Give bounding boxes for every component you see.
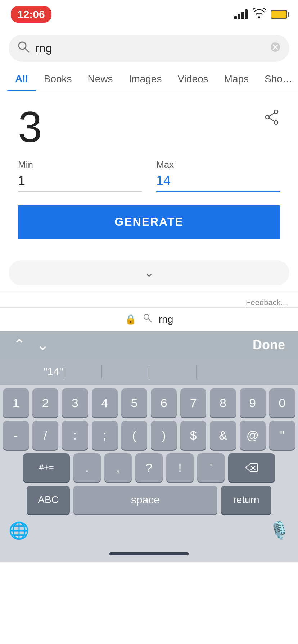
key-dollar[interactable]: $ xyxy=(180,421,206,450)
keyboard-nav-up[interactable]: ⌃ xyxy=(13,337,26,353)
home-indicator xyxy=(0,549,298,562)
status-icons xyxy=(234,8,287,21)
key-period[interactable]: . xyxy=(73,453,101,482)
key-backspace[interactable] xyxy=(228,453,275,482)
tab-all[interactable]: All xyxy=(7,68,36,91)
keyboard-toolbar: ⌃ ⌄ Done xyxy=(0,331,298,359)
lock-icon: 🔒 xyxy=(125,314,136,325)
rng-min-field: Min xyxy=(18,159,142,192)
svg-point-7 xyxy=(266,115,269,119)
collapse-bar[interactable]: ⌄ xyxy=(9,260,289,285)
key-2[interactable]: 2 xyxy=(32,388,58,417)
key-comma[interactable]: , xyxy=(104,453,132,482)
svg-line-9 xyxy=(269,118,275,121)
key-3[interactable]: 3 xyxy=(62,388,88,417)
key-abc[interactable]: ABC xyxy=(27,486,70,514)
chevron-down-icon: ⌄ xyxy=(144,266,154,280)
key-6[interactable]: 6 xyxy=(151,388,177,417)
generate-button[interactable]: GENERATE xyxy=(18,205,280,239)
status-time: 12:06 xyxy=(11,6,51,23)
key-9[interactable]: 9 xyxy=(240,388,266,417)
tab-maps[interactable]: Maps xyxy=(216,68,257,91)
key-open-paren[interactable]: ( xyxy=(121,421,147,450)
feedback-text: Feedback... xyxy=(0,293,298,307)
keyboard-nav-buttons: ⌃ ⌄ xyxy=(13,337,49,353)
key-at[interactable]: @ xyxy=(240,421,266,450)
svg-line-11 xyxy=(148,319,152,322)
key-row-symbols2: #+= . , ? ! ' xyxy=(3,453,295,482)
suggestion-2[interactable] xyxy=(102,365,197,378)
key-numshift[interactable]: #+= xyxy=(23,453,70,482)
key-return[interactable]: return xyxy=(221,486,271,514)
rng-max-field: Max xyxy=(156,159,280,192)
clear-icon[interactable] xyxy=(270,42,281,55)
address-bar: 🔒 rng xyxy=(0,307,298,331)
svg-line-8 xyxy=(269,113,275,116)
svg-line-1 xyxy=(25,48,29,52)
search-bar-wrap xyxy=(0,29,298,68)
key-1[interactable]: 1 xyxy=(3,388,29,417)
tab-shopping[interactable]: Sho… xyxy=(257,68,298,91)
address-query[interactable]: rng xyxy=(159,314,173,325)
keyboard-suggestions: "14" xyxy=(0,359,298,385)
key-exclaim[interactable]: ! xyxy=(166,453,194,482)
key-0[interactable]: 0 xyxy=(269,388,295,417)
status-bar: 12:06 xyxy=(0,0,298,29)
key-row-symbols1: - / : ; ( ) $ & @ " xyxy=(3,421,295,450)
key-minus[interactable]: - xyxy=(3,421,29,450)
keyboard-bottom-controls: 🌐 🎙️ xyxy=(0,518,298,549)
search-bar[interactable] xyxy=(9,34,289,62)
key-5[interactable]: 5 xyxy=(121,388,147,417)
key-8[interactable]: 8 xyxy=(210,388,236,417)
share-button[interactable] xyxy=(263,109,280,127)
rng-max-input[interactable] xyxy=(156,173,280,192)
key-apostrophe[interactable]: ' xyxy=(197,453,225,482)
key-space[interactable]: space xyxy=(73,486,217,514)
tab-images[interactable]: Images xyxy=(121,68,170,91)
key-row-numbers: 1 2 3 4 5 6 7 8 9 0 xyxy=(3,388,295,417)
home-bar xyxy=(109,552,189,555)
address-search-icon xyxy=(143,313,152,325)
rng-max-label: Max xyxy=(156,159,280,170)
key-quote[interactable]: " xyxy=(269,421,295,450)
search-input[interactable] xyxy=(35,42,264,55)
rng-widget: 3 Min Max GENERATE xyxy=(0,91,298,249)
microphone-icon[interactable]: 🎙️ xyxy=(269,521,289,540)
battery-icon xyxy=(271,10,287,19)
keyboard-rows: 1 2 3 4 5 6 7 8 9 0 - / : ; ( ) $ & @ " … xyxy=(0,385,298,518)
key-ampersand[interactable]: & xyxy=(210,421,236,450)
suggestion-1[interactable]: "14" xyxy=(7,365,102,378)
keyboard-done-button[interactable]: Done xyxy=(253,337,285,353)
search-tabs: All Books News Images Videos Maps Sho… xyxy=(0,68,298,91)
wifi-icon xyxy=(253,8,266,21)
rng-result: 3 xyxy=(18,105,42,148)
tab-videos[interactable]: Videos xyxy=(170,68,216,91)
key-slash[interactable]: / xyxy=(32,421,58,450)
key-question[interactable]: ? xyxy=(135,453,163,482)
key-4[interactable]: 4 xyxy=(92,388,118,417)
search-icon xyxy=(17,41,30,56)
tab-news[interactable]: News xyxy=(80,68,121,91)
key-7[interactable]: 7 xyxy=(180,388,206,417)
tab-books[interactable]: Books xyxy=(36,68,80,91)
rng-min-label: Min xyxy=(18,159,142,170)
keyboard: ⌃ ⌄ Done "14" 1 2 3 4 5 6 7 8 9 0 - / xyxy=(0,331,298,562)
rng-min-input[interactable] xyxy=(18,173,142,192)
key-semicolon[interactable]: ; xyxy=(92,421,118,450)
keyboard-nav-down[interactable]: ⌄ xyxy=(36,337,49,353)
key-colon[interactable]: : xyxy=(62,421,88,450)
key-close-paren[interactable]: ) xyxy=(151,421,177,450)
signal-icon xyxy=(234,9,248,19)
key-row-bottom: ABC space return xyxy=(3,486,295,514)
globe-icon[interactable]: 🌐 xyxy=(9,521,29,540)
